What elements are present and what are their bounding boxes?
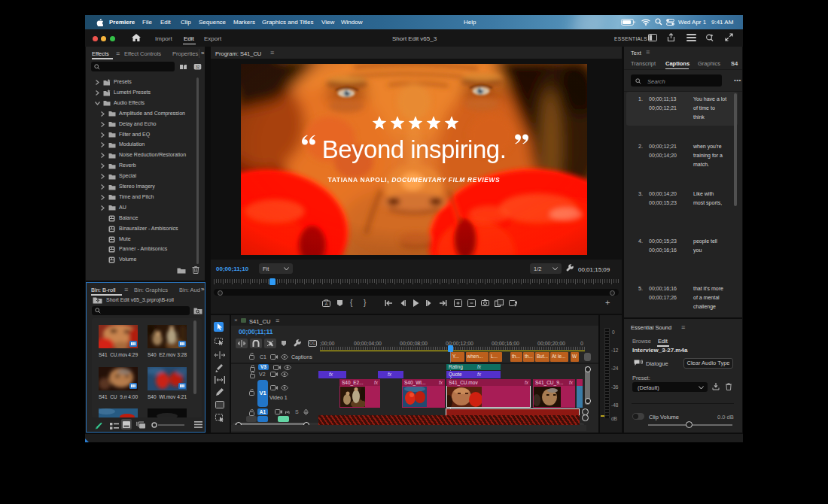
svg-text:A: A	[324, 302, 327, 306]
svg-text:32: 32	[196, 65, 200, 69]
